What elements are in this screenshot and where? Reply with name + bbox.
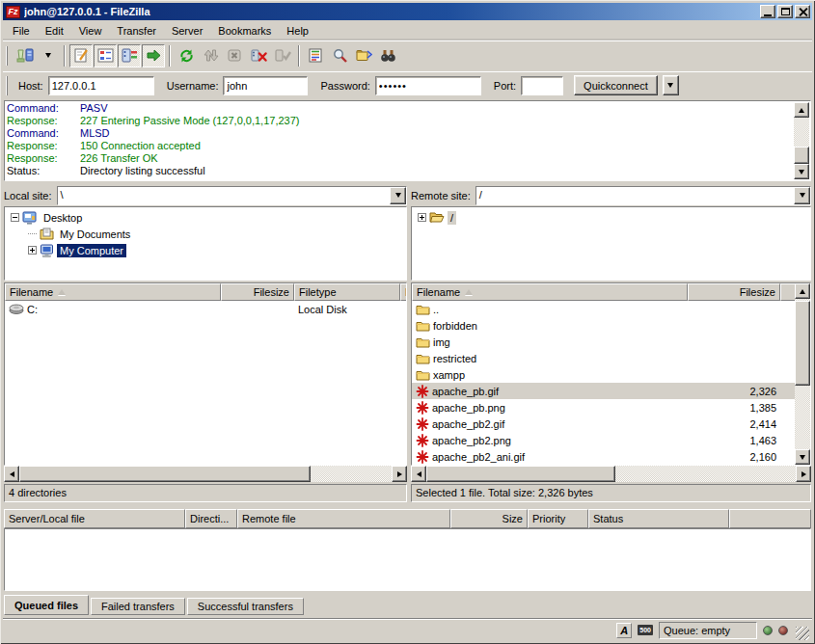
tab-failed-transfers[interactable]: Failed transfers	[91, 598, 185, 615]
scrollbar-track[interactable]	[19, 466, 392, 482]
scroll-right-button[interactable]	[392, 466, 407, 482]
log-line: Response:227 Entering Passive Mode (127,…	[7, 115, 793, 127]
refresh-button[interactable]	[175, 44, 198, 67]
quickconnect-button[interactable]: Quickconnect	[574, 75, 658, 95]
password-input[interactable]	[375, 76, 481, 95]
remote-list-hscrollbar[interactable]	[411, 466, 811, 482]
port-input[interactable]	[521, 76, 563, 95]
site-manager-dropdown-icon	[45, 53, 51, 61]
scrollbar-track[interactable]	[795, 299, 810, 449]
file-row-restricted[interactable]: restricted	[412, 350, 795, 366]
remote-site-combo[interactable]: /	[475, 186, 811, 205]
column-header-directi[interactable]: Directi...	[185, 509, 237, 528]
scrollbar-thumb[interactable]	[426, 466, 615, 482]
column-header-server-local-file[interactable]: Server/Local file	[4, 509, 185, 528]
column-header-filename[interactable]: Filename	[412, 283, 688, 301]
column-header-filesize[interactable]: Filesize	[688, 283, 780, 301]
file-row-blank[interactable]: ..	[412, 301, 795, 317]
resize-grip[interactable]	[796, 627, 809, 640]
file-search-button[interactable]	[328, 44, 351, 67]
minimize-button[interactable]	[760, 5, 775, 18]
synchronized-browsing-button[interactable]	[376, 44, 399, 67]
local-site-combo[interactable]: \	[57, 186, 407, 205]
column-header-priority[interactable]: Priority	[528, 509, 588, 528]
scrollbar-track[interactable]	[426, 466, 796, 482]
expander-glyph	[421, 215, 422, 220]
tree-item-my-documents[interactable]: My Documents	[5, 226, 406, 242]
host-input[interactable]	[48, 76, 154, 95]
collapse-toggle[interactable]	[11, 213, 19, 222]
scroll-up-button[interactable]	[795, 283, 810, 299]
column-header-filename[interactable]: Filename	[5, 283, 221, 301]
file-row-xampp[interactable]: xampp	[412, 366, 795, 383]
local-list-hscrollbar[interactable]	[4, 466, 407, 482]
toggle-message-log-button[interactable]	[69, 44, 93, 67]
image-file-icon	[416, 385, 429, 398]
scroll-up-button[interactable]	[794, 102, 809, 118]
scroll-left-button[interactable]	[4, 466, 19, 482]
scroll-down-button[interactable]	[795, 449, 810, 465]
expand-toggle[interactable]	[418, 213, 426, 222]
tree-item-desktop[interactable]: Desktop	[5, 209, 406, 226]
arrow-left-icon	[7, 471, 14, 477]
scroll-down-button[interactable]	[794, 164, 809, 179]
column-header-filesize[interactable]: Filesize	[221, 283, 294, 301]
toggle-local-tree-button[interactable]	[94, 44, 117, 67]
scrollbar-thumb[interactable]	[794, 147, 809, 164]
remote-file-rows: ..forbiddenimgrestrictedxamppapache_pb.g…	[412, 301, 795, 465]
file-row-apache-pb2-png[interactable]: apache_pb2.png1,463	[412, 432, 795, 448]
file-size-cell: 2,414	[688, 418, 780, 430]
local-site-dropdown-button[interactable]	[390, 187, 406, 204]
column-header-label: Filetype	[299, 286, 337, 298]
disconnect-button[interactable]	[247, 44, 270, 67]
menu-server[interactable]: Server	[164, 21, 210, 40]
column-header-filetype[interactable]: Filetype	[294, 283, 400, 301]
menu-help[interactable]: Help	[279, 21, 316, 40]
column-header-filler	[729, 509, 811, 528]
scrollbar-thumb[interactable]	[19, 466, 311, 482]
file-row-apache-pb-gif[interactable]: apache_pb.gif2,326	[412, 383, 795, 399]
filter-button[interactable]	[304, 44, 327, 67]
menu-edit[interactable]: Edit	[38, 21, 71, 40]
scroll-right-button[interactable]	[796, 466, 811, 482]
column-header-status[interactable]: Status	[588, 509, 729, 528]
directory-comparison-button[interactable]	[352, 44, 375, 67]
tree-item-my-computer[interactable]: My Computer	[5, 242, 406, 258]
expand-toggle[interactable]	[28, 246, 37, 255]
file-size-cell: 1,385	[688, 402, 780, 414]
toggle-transfer-queue-button[interactable]	[142, 44, 165, 67]
menu-transfer[interactable]: Transfer	[109, 21, 164, 40]
menu-file[interactable]: File	[5, 21, 38, 40]
toolbar-grip	[6, 46, 8, 66]
scrollbar-track[interactable]	[794, 118, 809, 164]
site-manager-button[interactable]	[13, 44, 36, 67]
remote-site-dropdown-button[interactable]	[794, 187, 810, 204]
file-row-apache-pb2-ani-gif[interactable]: apache_pb2_ani.gif2,160	[412, 448, 795, 465]
file-row-apache-pb-png[interactable]: apache_pb.png1,385	[412, 399, 795, 416]
column-header-label: Server/Local file	[9, 513, 85, 524]
menu-bookmarks[interactable]: Bookmarks	[210, 21, 279, 40]
file-row-img[interactable]: img	[412, 334, 795, 350]
quickconnect-dropdown-button[interactable]	[663, 75, 679, 95]
remote-file-list: FilenameFilesize ..forbiddenimgrestricte…	[411, 282, 811, 466]
column-header-l[interactable]: L	[400, 283, 406, 301]
maximize-button[interactable]	[777, 5, 793, 18]
close-button[interactable]	[795, 5, 810, 18]
remote-list-scrollbar[interactable]	[795, 283, 810, 465]
scroll-left-button[interactable]	[411, 466, 426, 482]
site-manager-dropdown-button[interactable]	[37, 44, 60, 67]
file-row-forbidden[interactable]: forbidden	[412, 317, 795, 334]
menu-view[interactable]: View	[71, 21, 110, 40]
column-header-size[interactable]: Size	[450, 509, 528, 528]
log-scrollbar[interactable]	[794, 102, 809, 179]
my-documents-icon	[40, 228, 54, 240]
file-row-c[interactable]: C:Local Disk	[5, 301, 406, 317]
tab-successful-transfers[interactable]: Successful transfers	[187, 598, 304, 615]
toggle-remote-tree-button[interactable]	[118, 44, 141, 67]
tree-item-blank[interactable]: /	[412, 209, 810, 226]
tab-queued-files[interactable]: Queued files	[4, 595, 89, 615]
scrollbar-thumb[interactable]	[795, 301, 810, 386]
column-header-remote-file[interactable]: Remote file	[237, 509, 450, 528]
username-input[interactable]	[223, 76, 308, 95]
file-row-apache-pb2-gif[interactable]: apache_pb2.gif2,414	[412, 416, 795, 432]
